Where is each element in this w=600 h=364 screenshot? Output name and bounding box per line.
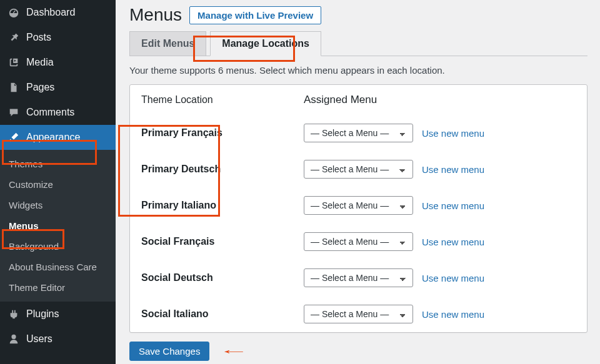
table-row: Social Deutsch — Select a Menu — Use new… (130, 260, 587, 296)
use-new-menu-link[interactable]: Use new menu (422, 273, 484, 283)
sidebar-item-dashboard[interactable]: Dashboard (0, 0, 116, 25)
sidebar-item-label: Comments (26, 107, 74, 118)
col-header-location: Theme Location (141, 94, 304, 106)
sidebar-item-label: Media (26, 57, 54, 68)
location-name: Primary Italiano (141, 200, 304, 211)
sidebar-item-label: Pages (26, 82, 54, 93)
tab-manage-locations[interactable]: Manage Locations (210, 31, 321, 56)
user-icon (8, 333, 20, 345)
location-name: Social Italiano (141, 308, 304, 320)
use-new-menu-link[interactable]: Use new menu (422, 309, 484, 320)
tabs: Edit Menus Manage Locations (129, 31, 588, 56)
page-title: Menus (129, 5, 182, 25)
save-changes-button[interactable]: Save Changes (129, 342, 209, 361)
intro-text: Your theme supports 6 menus. Select whic… (129, 65, 588, 76)
sidebar-item-posts[interactable]: Posts (0, 25, 116, 50)
manage-live-preview-button[interactable]: Manage with Live Preview (189, 6, 321, 24)
use-new-menu-link[interactable]: Use new menu (422, 164, 484, 175)
sidebar-item-label: Users (26, 333, 52, 345)
sub-item-themes[interactable]: Themes (0, 154, 116, 174)
sidebar-item-media[interactable]: Media (0, 50, 116, 75)
locations-panel: Theme Location Assigned Menu Primary Fra… (129, 84, 588, 333)
table-row: Primary Italiano — Select a Menu — Use n… (130, 187, 587, 224)
location-name: Social Deutsch (141, 272, 304, 283)
sub-item-widgets[interactable]: Widgets (0, 195, 116, 215)
admin-sidebar: Dashboard Posts Media Pages Comments App… (0, 0, 116, 364)
use-new-menu-link[interactable]: Use new menu (422, 237, 484, 247)
assigned-menu-select[interactable]: — Select a Menu — (304, 305, 413, 323)
tab-edit-menus[interactable]: Edit Menus (129, 31, 206, 56)
content-area: Menus Manage with Live Preview Edit Menu… (116, 0, 600, 364)
appearance-submenu: Themes Customize Widgets Menus Backgroun… (0, 150, 116, 302)
sidebar-item-label: Dashboard (26, 7, 75, 18)
use-new-menu-link[interactable]: Use new menu (422, 128, 484, 139)
sidebar-item-pages[interactable]: Pages (0, 75, 116, 100)
assigned-menu-select[interactable]: — Select a Menu — (304, 160, 413, 179)
sidebar-item-appearance[interactable]: Appearance (0, 125, 116, 150)
pin-icon (8, 31, 20, 44)
comment-icon (8, 106, 20, 119)
sidebar-item-users[interactable]: Users (0, 327, 116, 352)
sidebar-item-label: Posts (26, 32, 51, 43)
plug-icon (8, 308, 20, 320)
sidebar-item-label: Plugins (26, 308, 59, 320)
sub-item-menus[interactable]: Menus (0, 215, 116, 236)
media-icon (8, 56, 20, 69)
sidebar-item-label: Appearance (26, 132, 80, 143)
use-new-menu-link[interactable]: Use new menu (422, 200, 484, 211)
brush-icon (8, 131, 20, 144)
gauge-icon (8, 6, 20, 19)
table-row: Social Italiano — Select a Menu — Use ne… (130, 296, 587, 332)
assigned-menu-select[interactable]: — Select a Menu — (304, 124, 413, 142)
table-row: Social Français — Select a Menu — Use ne… (130, 224, 587, 260)
assigned-menu-select[interactable]: — Select a Menu — (304, 268, 413, 287)
table-row: Primary Deutsch — Select a Menu — Use ne… (130, 151, 587, 187)
sub-item-about[interactable]: About Business Care (0, 257, 116, 277)
location-name: Primary Deutsch (141, 164, 304, 175)
sub-item-theme-editor[interactable]: Theme Editor (0, 277, 116, 298)
page-icon (8, 81, 20, 94)
sub-item-background[interactable]: Background (0, 236, 116, 257)
col-header-assigned: Assigned Menu (304, 94, 576, 106)
sidebar-item-plugins[interactable]: Plugins (0, 302, 116, 327)
assigned-menu-select[interactable]: — Select a Menu — (304, 196, 413, 215)
sidebar-item-comments[interactable]: Comments (0, 100, 116, 125)
assigned-menu-select[interactable]: — Select a Menu — (304, 232, 413, 251)
location-name: Primary Français (141, 127, 304, 139)
table-row: Primary Français — Select a Menu — Use n… (130, 115, 587, 151)
table-header: Theme Location Assigned Menu (130, 85, 587, 115)
location-name: Social Français (141, 236, 304, 247)
sub-item-customize[interactable]: Customize (0, 174, 116, 195)
annotation-arrow-icon: ← (218, 344, 249, 358)
